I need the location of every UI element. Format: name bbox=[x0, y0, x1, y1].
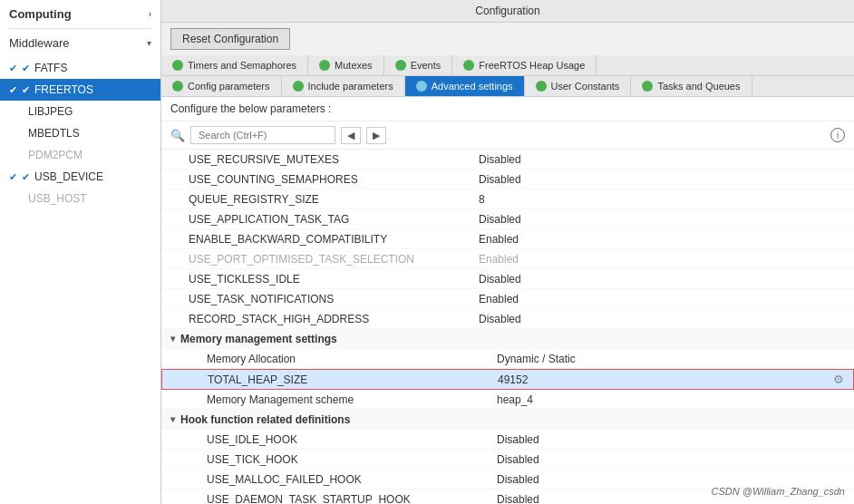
toolbar: Reset Configuration bbox=[161, 23, 854, 55]
param-value: Disabled bbox=[479, 153, 845, 166]
param-row-hook_section: ▾Hook function related definitions bbox=[161, 410, 854, 430]
param-name: USE_DAEMON_TASK_STARTUP_HOOK bbox=[207, 493, 497, 505]
sidebar-item-usb_host[interactable]: USB_HOST bbox=[0, 188, 160, 209]
tab-include_params[interactable]: Include parameters bbox=[282, 76, 405, 96]
tab-dot-icon bbox=[642, 81, 653, 92]
param-name: USE_RECURSIVE_MUTEXES bbox=[189, 153, 479, 166]
param-name: USE_APPLICATION_TASK_TAG bbox=[189, 213, 479, 226]
gear-icon[interactable]: ⚙ bbox=[833, 373, 844, 386]
tab-label: Mutexes bbox=[335, 60, 373, 71]
main-panel: Configuration Reset Configuration Timers… bbox=[161, 0, 854, 504]
sidebar-item-label: MBEDTLS bbox=[28, 127, 80, 140]
chevron-down-icon: ▾ bbox=[170, 334, 175, 344]
param-row-use_recursive_mutexes[interactable]: USE_RECURSIVE_MUTEXESDisabled bbox=[161, 150, 854, 170]
tab-label: Config parameters bbox=[188, 81, 270, 92]
param-row-use_tickless_idle[interactable]: USE_TICKLESS_IDLEDisabled bbox=[161, 269, 854, 289]
param-name: Memory management settings bbox=[180, 333, 471, 345]
tab-dot-icon bbox=[172, 81, 183, 92]
param-name: Hook function related definitions bbox=[180, 413, 471, 426]
tab-dot-icon bbox=[172, 60, 183, 71]
sidebar-item-mbedtls[interactable]: MBEDTLS bbox=[0, 122, 160, 144]
param-row-queue_registry_size[interactable]: QUEUE_REGISTRY_SIZE8 bbox=[161, 189, 854, 209]
sidebar-item-label: FREERTOS bbox=[34, 83, 93, 96]
content-area: Configure the below parameters : 🔍 ◀ ▶ i… bbox=[161, 97, 854, 504]
search-icon: 🔍 bbox=[170, 129, 185, 142]
tab-dot-icon bbox=[536, 81, 547, 92]
param-name: USE_TICKLESS_IDLE bbox=[189, 273, 479, 286]
sidebar-item-label: FATFS bbox=[34, 62, 67, 74]
sidebar-items-list: ✔FATFS✔FREERTOSLIBJPEGMBEDTLSPDM2PCM✔USB… bbox=[0, 57, 160, 209]
param-value: Dynamic / Static bbox=[497, 353, 845, 365]
param-row-use_port_optimised[interactable]: USE_PORT_OPTIMISED_TASK_SELECTIONEnabled bbox=[161, 249, 854, 269]
param-value: Disabled bbox=[497, 433, 845, 446]
content-header-text: Configure the below parameters : bbox=[170, 102, 331, 115]
sidebar-item-freertos[interactable]: ✔FREERTOS bbox=[0, 79, 160, 101]
param-name: TOTAL_HEAP_SIZE bbox=[208, 373, 498, 386]
param-name: Memory Allocation bbox=[207, 353, 497, 365]
tab-label: Timers and Semaphores bbox=[188, 60, 296, 71]
param-row-enable_backward_compat[interactable]: ENABLE_BACKWARD_COMPATIBILITYEnabled bbox=[161, 229, 854, 249]
param-row-use_counting_semaphores[interactable]: USE_COUNTING_SEMAPHORESDisabled bbox=[161, 170, 854, 189]
param-name: RECORD_STACK_HIGH_ADDRESS bbox=[189, 313, 479, 325]
search-input[interactable] bbox=[190, 126, 335, 144]
sidebar-item-label: USB_DEVICE bbox=[34, 170, 103, 183]
param-value: Enabled bbox=[479, 233, 845, 246]
sidebar: Computing › Middleware ▾ ✔FATFS✔FREERTOS… bbox=[0, 0, 161, 504]
tabs-row-2: Config parametersInclude parametersAdvan… bbox=[161, 76, 854, 97]
content-header: Configure the below parameters : bbox=[161, 97, 854, 121]
reset-configuration-button[interactable]: Reset Configuration bbox=[170, 28, 290, 50]
tab-label: FreeRTOS Heap Usage bbox=[479, 60, 585, 71]
tab-events[interactable]: Events bbox=[384, 55, 453, 75]
param-name: USE_MALLOC_FAILED_HOOK bbox=[207, 473, 497, 486]
tabs-row-1: Timers and SemaphoresMutexesEventsFreeRT… bbox=[161, 55, 854, 76]
sidebar-item-libjpeg[interactable]: LIBJPEG bbox=[0, 101, 160, 122]
tab-mutexes[interactable]: Mutexes bbox=[308, 55, 384, 75]
info-icon[interactable]: i bbox=[830, 128, 845, 142]
tab-label: Advanced settings bbox=[432, 81, 513, 92]
tab-user_constants[interactable]: User Constants bbox=[525, 76, 632, 96]
param-value: Disabled bbox=[479, 313, 845, 325]
search-next-button[interactable]: ▶ bbox=[366, 127, 386, 144]
param-value: Disabled bbox=[497, 453, 845, 466]
tab-timers[interactable]: Timers and Semaphores bbox=[161, 55, 308, 75]
sidebar-computing-label: Computing bbox=[9, 7, 72, 21]
param-row-memory_mgmt_scheme[interactable]: Memory Management schemeheap_4 bbox=[161, 390, 854, 410]
sidebar-item-label: USB_HOST bbox=[28, 192, 87, 205]
param-row-memory_allocation[interactable]: Memory AllocationDynamic / Static bbox=[161, 349, 854, 369]
tab-freertos_heap[interactable]: FreeRTOS Heap Usage bbox=[452, 55, 597, 75]
param-value: Enabled bbox=[479, 253, 845, 266]
param-table: USE_RECURSIVE_MUTEXESDisabledUSE_COUNTIN… bbox=[161, 150, 854, 504]
param-value: 49152 bbox=[498, 373, 833, 386]
tab-config_params[interactable]: Config parameters bbox=[161, 76, 282, 96]
param-row-use_task_notifications[interactable]: USE_TASK_NOTIFICATIONSEnabled bbox=[161, 289, 854, 309]
param-row-record_stack[interactable]: RECORD_STACK_HIGH_ADDRESSDisabled bbox=[161, 309, 854, 329]
tab-advanced_settings[interactable]: Advanced settings bbox=[405, 76, 525, 96]
title-label: Configuration bbox=[475, 5, 539, 17]
sidebar-middleware[interactable]: Middleware ▾ bbox=[0, 29, 160, 57]
watermark: CSDN @William_Zhang_csdn bbox=[712, 486, 845, 497]
tab-dot-icon bbox=[293, 81, 304, 92]
sidebar-item-usb_device[interactable]: ✔USB_DEVICE bbox=[0, 166, 160, 188]
param-value: Disabled bbox=[497, 473, 845, 486]
sidebar-item-fatfs[interactable]: ✔FATFS bbox=[0, 57, 160, 79]
param-name: ENABLE_BACKWARD_COMPATIBILITY bbox=[189, 233, 479, 246]
sidebar-item-label: PDM2PCM bbox=[28, 149, 82, 161]
param-name: QUEUE_REGISTRY_SIZE bbox=[189, 193, 479, 206]
tab-dot-icon bbox=[416, 81, 427, 92]
sidebar-computing[interactable]: Computing › bbox=[0, 0, 160, 28]
sidebar-item-pdm2pcm[interactable]: PDM2PCM bbox=[0, 144, 160, 166]
param-value: Enabled bbox=[479, 293, 845, 305]
param-value: Disabled bbox=[479, 213, 845, 226]
tab-tasks_queues[interactable]: Tasks and Queues bbox=[631, 76, 752, 96]
tab-label: User Constants bbox=[551, 81, 620, 92]
tab-dot-icon bbox=[463, 60, 474, 71]
param-name: USE_TICK_HOOK bbox=[207, 453, 497, 466]
param-row-use_tick_hook[interactable]: USE_TICK_HOOKDisabled bbox=[161, 450, 854, 470]
param-row-total_heap_size[interactable]: TOTAL_HEAP_SIZE49152⚙ bbox=[161, 369, 854, 390]
param-row-use_idle_hook[interactable]: USE_IDLE_HOOKDisabled bbox=[161, 430, 854, 450]
search-prev-button[interactable]: ◀ bbox=[341, 127, 361, 144]
param-value: 8 bbox=[479, 193, 845, 206]
title-bar: Configuration bbox=[161, 0, 854, 23]
chevron-down-icon: ▾ bbox=[170, 414, 175, 424]
param-row-use_application_task_tag[interactable]: USE_APPLICATION_TASK_TAGDisabled bbox=[161, 209, 854, 229]
